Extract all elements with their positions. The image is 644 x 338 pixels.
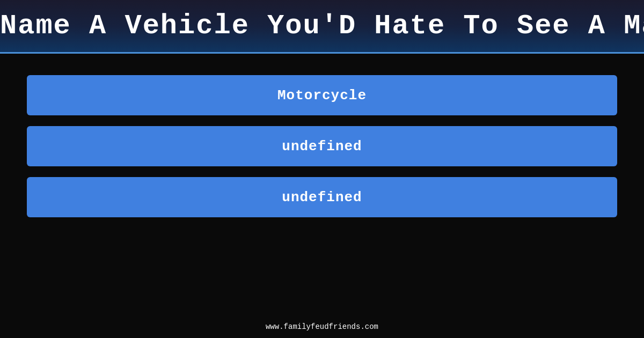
main-content: Motorcycle undefined undefined xyxy=(0,54,644,338)
answer-label-2: undefined xyxy=(282,138,362,155)
answer-label-3: undefined xyxy=(282,189,362,205)
answer-label-1: Motorcycle xyxy=(277,87,367,104)
header-bar: Name A Vehicle You'D Hate To See A Man P… xyxy=(0,0,644,54)
answer-button-2[interactable]: undefined xyxy=(27,126,617,166)
footer: www.familyfeudfriends.com xyxy=(0,322,644,332)
answer-button-1[interactable]: Motorcycle xyxy=(27,75,617,115)
answer-button-3[interactable]: undefined xyxy=(27,177,617,217)
marquee-text: Name A Vehicle You'D Hate To See A Man P… xyxy=(0,10,644,42)
footer-url: www.familyfeudfriends.com xyxy=(266,322,378,331)
